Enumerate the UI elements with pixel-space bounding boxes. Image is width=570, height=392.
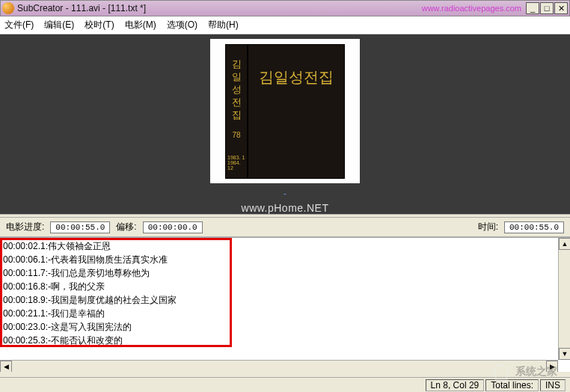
cover-title: 김일성전집 xyxy=(259,67,334,88)
subtitle-list[interactable]: 00:00:02.1:伟大领袖金正恩00:00:06.1:-代表着我国物质生活真… xyxy=(0,238,570,349)
insert-mode: INS xyxy=(540,379,566,391)
subtitle-row[interactable]: 00:00:06.1:-代表着我国物质生活真实水准 xyxy=(3,253,567,266)
subtitle-text: :-这是写入我国宪法的 xyxy=(46,322,132,332)
subtitle-text: :-我们总是亲切地尊称他为 xyxy=(46,268,150,278)
subtitle-text: :-啊，我的父亲 xyxy=(46,281,105,292)
app-icon xyxy=(2,2,14,14)
status-bar: Ln 8, Col 29 Total lines: INS xyxy=(0,377,570,392)
subtitle-time: 00:00:06.1 xyxy=(3,253,46,266)
subtitle-text: :-我国是制度优越的社会主义国家 xyxy=(46,295,177,305)
video-preview[interactable]: 김일성전집 78 1983. 1 1984. 12 김일성전집 - www.pH… xyxy=(0,34,570,214)
menu-movie[interactable]: 电影(M) xyxy=(125,19,156,31)
progress-time[interactable]: 00:00:55.0 xyxy=(50,221,110,233)
menu-edit[interactable]: 编辑(E) xyxy=(44,19,74,31)
subtitle-time: 00:00:18.9 xyxy=(3,293,46,307)
subtitle-row[interactable]: 00:00:16.8:-啊，我的父亲 xyxy=(3,280,567,293)
horizontal-scrollbar[interactable]: ◀ ▶ xyxy=(0,360,558,372)
timecode-row: 电影进度: 00:00:55.0 偏移: 00:00:00.0 时间: 00:0… xyxy=(0,218,570,237)
offset-time[interactable]: 00:00:00.0 xyxy=(143,221,203,233)
subtitle-time: 00:00:02.1 xyxy=(3,239,46,253)
titlebar: SubCreator - 111.avi - [111.txt *] www.r… xyxy=(0,0,570,16)
offset-label: 偏移: xyxy=(116,221,136,233)
video-frame: 김일성전집 78 1983. 1 1984. 12 김일성전집 xyxy=(210,39,360,183)
subtitle-row[interactable]: 00:00:21.1:-我们是幸福的 xyxy=(3,307,567,320)
video-watermark: www.pHome.NET xyxy=(242,202,329,214)
total-time[interactable]: 00:00:55.0 xyxy=(504,221,564,233)
menubar: 文件(F) 编辑(E) 校时(T) 电影(M) 选项(O) 帮助(H) xyxy=(0,16,570,34)
book-cover: 김일성전집 xyxy=(248,44,345,179)
subtitle-row[interactable]: 00:00:18.9:-我国是制度优越的社会主义国家 xyxy=(3,293,567,307)
minimize-button[interactable]: _ xyxy=(526,2,539,14)
subtitle-text: :-不能否认和改变的 xyxy=(46,335,123,346)
cursor-position: Ln 8, Col 29 xyxy=(426,379,485,391)
subtitle-time: 00:00:23.0 xyxy=(3,320,46,334)
spine-number: 78 xyxy=(232,131,240,139)
subtitle-row[interactable]: 00:00:02.1:伟大领袖金正恩 xyxy=(3,239,567,253)
subtitle-row[interactable]: 00:00:23.0:-这是写入我国宪法的 xyxy=(3,320,567,334)
scroll-up-icon[interactable]: ▲ xyxy=(559,238,570,250)
subtitle-row[interactable]: 00:00:11.7:-我们总是亲切地尊称他为 xyxy=(3,266,567,280)
subtitle-time: 00:00:21.1 xyxy=(3,307,46,320)
progress-label: 电影进度: xyxy=(6,221,44,233)
book-graphic: 김일성전집 78 1983. 1 1984. 12 김일성전집 xyxy=(225,44,345,179)
subtitle-text: :-我们是幸福的 xyxy=(46,308,105,319)
book-spine: 김일성전집 78 1983. 1 1984. 12 xyxy=(225,44,248,179)
subtitle-cue: - xyxy=(284,189,286,197)
menu-file[interactable]: 文件(F) xyxy=(4,19,34,31)
close-button[interactable]: ✕ xyxy=(554,2,568,14)
maximize-button[interactable]: □ xyxy=(540,2,554,14)
time-label: 时间: xyxy=(478,221,498,233)
window-title: SubCreator - 111.avi - [111.txt *] xyxy=(17,3,422,13)
titlebar-url: www.radioactivepages.com xyxy=(422,4,521,13)
menu-help[interactable]: 帮助(H) xyxy=(208,19,239,31)
spine-dates: 1983. 1 1984. 12 xyxy=(227,155,245,171)
window-controls: _ □ ✕ xyxy=(526,2,568,14)
scroll-right-icon[interactable]: ▶ xyxy=(546,361,558,372)
spine-title: 김일성전집 xyxy=(230,52,243,116)
subtitle-text: :伟大领袖金正恩 xyxy=(46,241,111,251)
scroll-left-icon[interactable]: ◀ xyxy=(0,361,12,372)
total-lines: Total lines: xyxy=(485,379,539,391)
menu-options[interactable]: 选项(O) xyxy=(167,19,197,31)
subtitle-time: 00:00:16.8 xyxy=(3,280,46,293)
menu-timing[interactable]: 校时(T) xyxy=(85,19,114,31)
scroll-down-icon[interactable]: ▼ xyxy=(559,348,570,360)
vertical-scrollbar[interactable]: ▲ ▼ xyxy=(558,238,570,360)
subtitle-editor[interactable]: 00:00:02.1:伟大领袖金正恩00:00:06.1:-代表着我国物质生活真… xyxy=(0,237,570,372)
subtitle-text: :-代表着我国物质生活真实水准 xyxy=(46,254,168,265)
subtitle-row[interactable]: 00:00:25.3:-不能否认和改变的 xyxy=(3,334,567,347)
subtitle-time: 00:00:11.7 xyxy=(3,266,46,280)
subtitle-time: 00:00:25.3 xyxy=(3,334,46,347)
